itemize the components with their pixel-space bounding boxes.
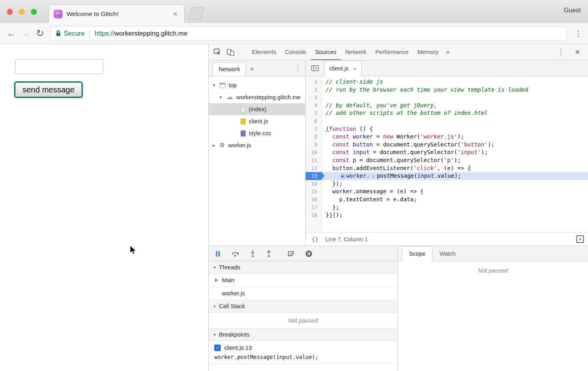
line-number[interactable]: 12	[306, 164, 322, 172]
close-window-icon[interactable]	[7, 9, 13, 15]
breakpoints-section-header[interactable]: ▾ Breakpoints	[209, 329, 397, 341]
step-marker-active-icon[interactable]: ▶	[340, 174, 345, 179]
expand-arrow-icon[interactable]: ▾	[213, 82, 219, 88]
tab-watch[interactable]: Watch	[433, 246, 463, 261]
devtools-tab-console[interactable]: Console	[280, 44, 310, 60]
navigator-tab-network[interactable]: Network	[213, 62, 246, 76]
new-tab-button[interactable]	[187, 7, 205, 20]
browser-tab[interactable]: Welcome to Glitch! ✕	[48, 4, 185, 23]
code-line-2: 2// run by the browser each time your vi…	[306, 86, 588, 94]
tree-item-client-js[interactable]: client.js	[209, 115, 305, 127]
line-number[interactable]: 6	[306, 117, 322, 125]
line-number[interactable]: 16	[306, 196, 322, 204]
maximize-window-icon[interactable]	[31, 9, 37, 15]
step-over-button[interactable]	[231, 251, 240, 257]
line-number[interactable]: 4	[306, 102, 322, 110]
devtools-close-icon[interactable]: ✕	[570, 48, 586, 56]
tree-item-workerstepping-glitch-me[interactable]: ▾☁workerstepping.glitch.me	[209, 91, 305, 103]
pretty-print-icon[interactable]: {}	[312, 236, 318, 243]
threads-section-header[interactable]: ▾ Threads	[209, 261, 397, 274]
doc-js-icon	[241, 118, 246, 124]
expand-arrow-icon[interactable]: ▾	[219, 94, 226, 100]
tab-close-icon[interactable]: ✕	[171, 10, 179, 18]
line-number[interactable]: 15	[306, 188, 322, 196]
editor-tab-clientjs[interactable]: client.js ×	[324, 61, 362, 76]
line-number[interactable]: 8	[306, 133, 322, 141]
code-line-content: worker.onmessage = (e) => {	[322, 188, 588, 196]
line-number[interactable]: 14	[306, 180, 322, 188]
code-token: ();	[332, 212, 342, 218]
section-caret-icon: ▾	[213, 265, 216, 270]
editor-tab-close-icon[interactable]: ×	[353, 65, 356, 72]
frame-icon	[219, 83, 226, 88]
tree-item-top[interactable]: ▾top	[209, 79, 305, 91]
breakpoint-row[interactable]: ✓client.js:13	[214, 345, 397, 351]
line-number[interactable]: 10	[306, 148, 322, 156]
devtools-menu-icon[interactable]: ⋮	[552, 48, 570, 56]
code-token	[326, 141, 332, 148]
devtools-tab-network[interactable]: Network	[341, 44, 371, 60]
line-number[interactable]: 11	[306, 156, 322, 164]
minimize-window-icon[interactable]	[19, 9, 25, 15]
toolbar-separator	[239, 47, 239, 57]
browser-tabstrip: Welcome to Glitch! ✕ Guest	[0, 0, 588, 23]
message-input[interactable]	[15, 59, 103, 74]
inspect-element-icon[interactable]	[211, 46, 224, 58]
line-number[interactable]: 9	[306, 141, 322, 149]
code-line-content: });	[322, 180, 588, 188]
tree-item-style-css[interactable]: style.css	[209, 127, 305, 139]
hide-navigator-icon[interactable]	[306, 65, 324, 71]
line-number[interactable]: 18	[306, 211, 322, 219]
navigator-more-icon[interactable]: »	[250, 65, 254, 72]
breakpoints-section-label: Breakpoints	[219, 331, 250, 338]
navigator-menu-icon[interactable]: ⋮	[294, 64, 301, 72]
lock-icon	[56, 30, 61, 36]
code-token: // add other scripts at the bottom of in…	[326, 110, 488, 116]
code-token: e	[393, 196, 397, 203]
thread-row-worker-js[interactable]: worker.js	[209, 287, 397, 300]
code-token: .textContent =	[342, 196, 393, 203]
code-token: = document.querySelector(	[373, 141, 461, 148]
code-editor[interactable]: 1// client-side js2// run by the browser…	[306, 76, 588, 232]
pause-on-exceptions-button[interactable]	[305, 250, 312, 257]
deactivate-breakpoints-button[interactable]	[288, 251, 295, 257]
source-options-icon[interactable]: ▼	[576, 235, 584, 243]
step-out-button[interactable]	[266, 250, 272, 257]
code-token: )	[329, 212, 332, 218]
collapse-arrow-icon[interactable]: ▸	[213, 142, 219, 148]
line-number[interactable]: 7	[306, 125, 322, 133]
browser-menu-icon[interactable]: ⋮	[573, 29, 584, 38]
send-message-button[interactable]: send message	[15, 82, 82, 97]
reload-button[interactable]: ↻	[33, 28, 47, 39]
step-marker-icon[interactable]: ▶	[371, 174, 375, 179]
devtools-tab-elements[interactable]: Elements	[248, 44, 280, 60]
devtools-tab-memory[interactable]: Memory	[413, 44, 443, 60]
line-number[interactable]: 17	[306, 204, 322, 212]
tree-item-index[interactable]: (index)	[209, 103, 305, 115]
call-stack-empty-label: Not paused	[209, 313, 397, 329]
code-token: p	[339, 196, 342, 203]
devtools-tab-performance[interactable]: Performance	[371, 44, 413, 60]
devtools-tab-sources[interactable]: Sources	[311, 44, 341, 60]
line-number[interactable]: 1	[306, 78, 322, 86]
tree-item-worker-js[interactable]: ▸⚙worker.js	[209, 139, 305, 151]
tab-scope[interactable]: Scope	[402, 246, 433, 261]
breakpoint-checkbox[interactable]: ✓	[214, 345, 221, 351]
line-number[interactable]: 3	[306, 94, 322, 102]
line-number[interactable]: 5	[306, 109, 322, 117]
step-into-button[interactable]	[250, 250, 256, 257]
pause-button[interactable]	[215, 251, 221, 257]
thread-row-main[interactable]: Main	[209, 274, 397, 287]
code-token: const	[332, 133, 349, 140]
more-tabs-icon[interactable]: »	[443, 48, 453, 56]
call-stack-section-header[interactable]: ▾ Call Stack	[209, 300, 397, 313]
omnibox[interactable]: Secure | https://workerstepping.glitch.m…	[50, 26, 567, 41]
device-toolbar-icon[interactable]	[224, 46, 237, 58]
back-button[interactable]: ←	[4, 28, 18, 39]
line-number[interactable]: 2	[306, 86, 322, 94]
code-token	[326, 157, 332, 163]
execution-line-number[interactable]: 13	[306, 172, 322, 180]
code-token: , (	[437, 165, 447, 171]
code-token: .data;	[397, 196, 417, 203]
tree-item-label: worker.js	[228, 142, 251, 148]
